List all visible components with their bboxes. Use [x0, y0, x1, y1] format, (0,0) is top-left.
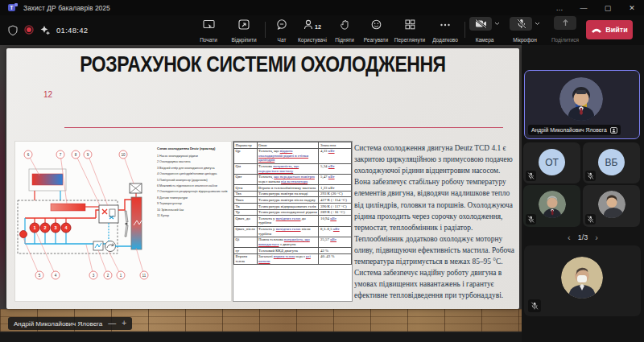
sparkle-icon[interactable]	[40, 25, 50, 35]
svg-text:11: 11	[142, 274, 147, 278]
svg-text:4: 4	[55, 274, 57, 278]
participants-count: 12	[315, 24, 321, 30]
participant-tile[interactable]: ВБ	[583, 142, 640, 183]
ellipsis-icon	[440, 18, 451, 30]
participant-name-tag: Андрій Миколайович Яловега	[528, 125, 621, 135]
pagination-label: 1/3	[578, 233, 588, 241]
participant-tile[interactable]	[523, 185, 580, 227]
svg-text:9 Терморегулятор: 9 Терморегулятор	[157, 202, 182, 205]
chat-icon	[276, 18, 287, 30]
teams-logo-icon: T	[8, 3, 17, 12]
svg-text:10 Зрівняльний бак: 10 Зрівняльний бак	[157, 208, 184, 212]
smiley-icon	[371, 18, 382, 30]
avatar	[598, 191, 625, 218]
chat-button[interactable]: Чат	[269, 18, 295, 43]
mic-muted-icon	[526, 214, 536, 225]
mic-muted-icon	[526, 171, 536, 181]
mic-muted-icon	[528, 299, 541, 312]
zoom-in-button[interactable]: +	[122, 319, 126, 328]
presenter-name-tag: Андрій Миколайович Яловега — +	[8, 317, 132, 330]
svg-text:5 Повітряний компресор (додат: 5 Повітряний компресор (додатково)	[157, 179, 208, 182]
participant-tile-large[interactable]	[524, 245, 641, 316]
svg-text:5: 5	[39, 274, 41, 278]
svg-text:2: 2	[43, 225, 46, 230]
svg-text:2 Охолоджувач мастила: 2 Охолоджувач мастила	[157, 160, 192, 163]
avatar-initials: ВБ	[598, 149, 625, 175]
raise-hand-button[interactable]: Підняти	[330, 18, 359, 43]
toolbar-divider	[464, 22, 465, 38]
shared-screen-stage: РОЗРАХУНОК СИСТЕМИ ОХОЛОДЖЕННЯ 12	[0, 45, 522, 342]
meeting-timer: 01:48:42	[56, 26, 88, 35]
participants-sidebar: Андрій Миколайович Яловега ОТ ВБ	[522, 45, 644, 342]
avatar-initials: ОТ	[539, 149, 565, 175]
present-screen-icon	[203, 18, 215, 30]
stage-bottom-strip	[0, 332, 522, 342]
leave-button[interactable]: Вийти	[586, 20, 633, 39]
participant-tile-active[interactable]: Андрій Миколайович Яловега	[524, 70, 640, 139]
svg-text:3 Вхідний отвір для охолоджен: 3 Вхідний отвір для охолодження двигуна	[157, 167, 215, 170]
unpin-button[interactable]: Відкріпити	[225, 18, 262, 43]
slide-body-text: Система охолодження двигуна Deutz TCD 4.…	[354, 142, 516, 302]
slide-table: ПараметрОписЗначенняQрТеплота, що віддан…	[233, 141, 353, 302]
svg-text:11 Кулер: 11 Кулер	[157, 214, 169, 217]
cooling-diagram: 1234	[14, 141, 232, 302]
unpin-icon	[238, 18, 250, 30]
toolbar-divider	[265, 22, 266, 38]
chevron-down-icon[interactable]	[535, 22, 540, 26]
svg-text:1: 1	[120, 274, 122, 278]
zoom-out-button[interactable]: —	[108, 319, 116, 328]
avatar	[559, 77, 603, 121]
chevron-down-icon[interactable]	[494, 22, 500, 26]
svg-text:9: 9	[87, 153, 89, 157]
window-title: Захист ДР бакалаврів 2025	[23, 4, 110, 12]
svg-text:7: 7	[60, 153, 62, 157]
camera-button[interactable]: Камера	[467, 18, 502, 43]
avatar	[561, 257, 603, 299]
svg-text:8 Датчик температури: 8 Датчик температури	[157, 196, 188, 200]
mic-muted-icon	[585, 171, 596, 181]
participants-icon	[303, 19, 314, 30]
slide-title: РОЗРАХУНОК СИСТЕМИ ОХОЛОДЖЕННЯ	[52, 52, 473, 77]
window-titlebar: T Захист ДР бакалаврів 2025 … — ▢ ✕	[0, 0, 644, 15]
participant-tile[interactable]	[583, 185, 640, 227]
svg-text:8: 8	[75, 153, 77, 157]
window-close-button[interactable]: ✕	[620, 0, 644, 15]
camera-off-icon	[469, 17, 492, 31]
pagination-next-button[interactable]: ›	[595, 233, 598, 242]
svg-text:3: 3	[93, 274, 95, 278]
recording-icon	[24, 25, 34, 35]
svg-text:6 Можливість підключення опал: 6 Можливість підключення опалення кабіни	[157, 184, 217, 187]
presenter-name: Андрій Миколайович Яловега	[14, 320, 102, 328]
react-button[interactable]: Реагувати	[359, 18, 393, 43]
window-more-button[interactable]: …	[547, 0, 572, 15]
raise-hand-icon	[340, 18, 350, 30]
svg-text:3: 3	[54, 225, 56, 230]
share-button[interactable]: Поділитися	[549, 18, 581, 43]
svg-text:6: 6	[27, 153, 30, 157]
participants-button[interactable]: 12 Користувачі	[295, 18, 330, 43]
shield-icon	[8, 25, 18, 35]
microphone-button[interactable]: Мікрофон	[506, 18, 544, 43]
view-button[interactable]: Переглянути	[390, 18, 429, 43]
hangup-icon	[591, 27, 602, 33]
meeting-toolbar: 01:48:42 Почати Відкріпити Чат 12 Корист…	[0, 15, 644, 46]
stage-edge-accent	[0, 69, 5, 311]
tiles-pagination: ‹ 1/3 ›	[522, 231, 644, 243]
grid-view-icon	[405, 18, 415, 30]
share-icon	[554, 16, 576, 30]
spotlight-icon	[610, 127, 617, 134]
window-minimize-button[interactable]: —	[572, 0, 596, 15]
slide-number: 12	[43, 90, 52, 99]
window-maximize-button[interactable]: ▢	[596, 0, 620, 15]
participant-tile[interactable]: ОТ	[523, 142, 580, 183]
more-button[interactable]: Додатково	[428, 18, 462, 43]
mic-off-icon	[510, 17, 532, 31]
svg-text:2: 2	[107, 274, 109, 278]
slide-accent-rule	[64, 127, 503, 128]
svg-text:Схема охолодження Deutz (прикл: Схема охолодження Deutz (приклад)	[157, 146, 216, 150]
avatar	[539, 191, 566, 218]
svg-text:7 Охолодження-рециркуляція ві: 7 Охолодження-рециркуляція відпрацьовани…	[157, 190, 227, 193]
pagination-prev-button[interactable]: ‹	[568, 233, 571, 242]
start-present-button[interactable]: Почати	[192, 18, 225, 43]
presentation-slide: РОЗРАХУНОК СИСТЕМИ ОХОЛОДЖЕННЯ 12	[6, 48, 519, 309]
